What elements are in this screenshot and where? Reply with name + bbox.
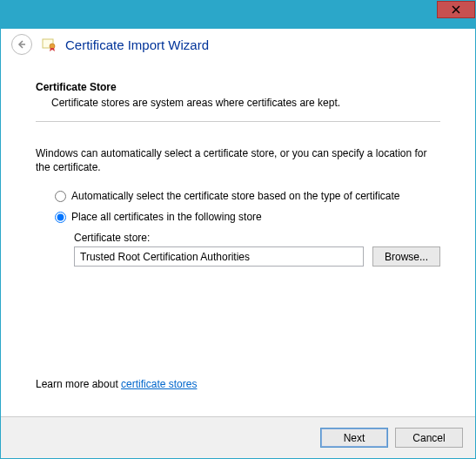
learn-more: Learn more about certificate stores (36, 378, 197, 390)
radio-manual-input[interactable] (55, 212, 66, 223)
section-heading: Certificate Store (36, 81, 440, 93)
store-row: Browse... (74, 246, 440, 267)
section-description: Certificate stores are system areas wher… (51, 97, 440, 109)
radio-manual-label: Place all certificates in the following … (71, 211, 262, 223)
wizard-footer: Next Cancel (1, 416, 475, 458)
store-input[interactable] (74, 246, 364, 267)
radio-auto[interactable]: Automatically select the certificate sto… (55, 190, 440, 202)
learn-more-link[interactable]: certificate stores (121, 378, 197, 390)
certificate-icon (41, 37, 57, 52)
learn-more-prefix: Learn more about (36, 378, 121, 390)
radio-auto-label: Automatically select the certificate sto… (71, 190, 400, 202)
radio-auto-input[interactable] (55, 191, 66, 202)
browse-button[interactable]: Browse... (372, 246, 440, 267)
wizard-header: Certificate Import Wizard (1, 29, 475, 65)
divider (36, 121, 440, 122)
titlebar (1, 7, 475, 29)
radio-group: Automatically select the certificate sto… (55, 190, 440, 223)
close-icon (452, 5, 460, 14)
titlebar-border (1, 1, 475, 7)
wizard-title: Certificate Import Wizard (65, 37, 209, 52)
wizard-window: Certificate Import Wizard Certificate St… (0, 0, 476, 459)
wizard-content: Certificate Store Certificate stores are… (1, 65, 475, 267)
store-field-label: Certificate store: (74, 232, 440, 244)
radio-manual[interactable]: Place all certificates in the following … (55, 211, 440, 223)
close-button[interactable] (437, 1, 475, 18)
instructions-text: Windows can automatically select a certi… (36, 146, 440, 174)
cancel-button[interactable]: Cancel (395, 428, 463, 448)
back-button[interactable] (11, 34, 32, 55)
back-arrow-icon (16, 38, 28, 51)
next-button[interactable]: Next (320, 428, 388, 448)
